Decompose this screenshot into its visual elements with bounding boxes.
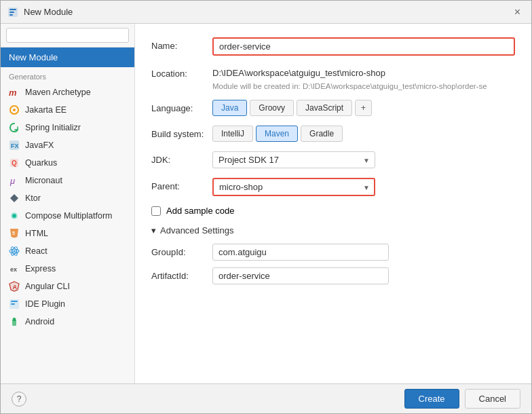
- build-intellij-btn[interactable]: IntelliJ: [212, 126, 253, 142]
- sidebar-item-javafx[interactable]: FX JavaFX: [1, 136, 134, 154]
- build-system-buttons: IntelliJ Maven Gradle: [212, 126, 515, 142]
- sidebar-selected-item[interactable]: New Module: [1, 48, 134, 67]
- generators-label: Generators: [1, 67, 134, 83]
- svg-rect-26: [11, 303, 15, 305]
- html-icon: 5: [9, 228, 20, 239]
- artifact-id-row: ArtifactId:: [151, 267, 515, 284]
- sample-code-checkbox[interactable]: [151, 206, 161, 216]
- advanced-collapse-icon: ▾: [151, 225, 156, 236]
- footer-right: Create Cancel: [404, 389, 521, 409]
- sidebar-label-react: React: [25, 246, 48, 256]
- sidebar-item-spring[interactable]: Spring Initializr: [1, 119, 134, 136]
- svg-point-6: [13, 109, 16, 111]
- sidebar-item-express[interactable]: ex Express: [1, 260, 134, 278]
- language-java-btn[interactable]: Java: [212, 100, 247, 116]
- micronaut-icon: μ: [9, 175, 20, 186]
- svg-rect-3: [10, 14, 13, 16]
- sidebar-item-html[interactable]: 5 HTML: [1, 225, 134, 242]
- footer: ? Create Cancel: [1, 383, 531, 413]
- language-javascript-btn[interactable]: JavaScript: [297, 100, 352, 116]
- parent-select[interactable]: micro-shop: [212, 178, 375, 196]
- sidebar-label-compose: Compose Multiplatform: [25, 211, 113, 221]
- advanced-section: ▾ Advanced Settings GroupId: ArtifactId:: [151, 225, 515, 284]
- parent-select-wrapper: micro-shop ▼: [212, 178, 375, 196]
- build-gradle-btn[interactable]: Gradle: [301, 126, 343, 142]
- jdk-label: JDK:: [151, 151, 212, 165]
- sidebar-label-html: HTML: [25, 229, 48, 238]
- sidebar-item-micronaut[interactable]: μ Micronaut: [1, 172, 134, 189]
- sidebar-item-ktor[interactable]: Ktor: [1, 189, 134, 207]
- cancel-button[interactable]: Cancel: [465, 389, 520, 409]
- sidebar-item-angular[interactable]: A Angular CLI: [1, 278, 134, 295]
- parent-value: micro-shop ▼: [212, 178, 515, 196]
- javafx-icon: FX: [9, 140, 20, 151]
- jdk-select[interactable]: Project SDK 17: [212, 151, 375, 168]
- sidebar-label-quarkus: Quarkus: [25, 158, 57, 168]
- sidebar-label-spring: Spring Initializr: [25, 123, 81, 132]
- svg-text:A: A: [13, 284, 18, 290]
- build-maven-btn[interactable]: Maven: [256, 126, 298, 142]
- svg-text:FX: FX: [11, 143, 19, 149]
- name-value: [212, 37, 515, 56]
- name-row: Name:: [151, 37, 515, 56]
- svg-text:m: m: [9, 88, 17, 98]
- sidebar-item-ide-plugin[interactable]: IDE Plugin: [1, 295, 134, 313]
- sidebar-label-micronaut: Micronaut: [25, 176, 62, 185]
- name-input[interactable]: [212, 37, 515, 56]
- ide-plugin-icon: [9, 299, 20, 309]
- sidebar-item-android[interactable]: Android: [1, 313, 134, 331]
- new-module-dialog: New Module × New Module Generators m Mav…: [0, 0, 532, 414]
- artifact-id-input[interactable]: [212, 267, 389, 284]
- language-buttons: Java Groovy JavaScript +: [212, 100, 515, 116]
- close-button[interactable]: ×: [510, 5, 525, 19]
- search-input[interactable]: [6, 28, 129, 43]
- sidebar-item-jakarta-ee[interactable]: Jakarta EE: [1, 101, 134, 119]
- dialog-title: New Module: [24, 7, 73, 17]
- advanced-header[interactable]: ▾ Advanced Settings: [151, 225, 515, 236]
- react-icon: [9, 246, 20, 257]
- title-bar: New Module ×: [1, 1, 531, 24]
- language-row: Language: Java Groovy JavaScript +: [151, 100, 515, 116]
- svg-rect-2: [10, 12, 14, 13]
- express-icon: ex: [9, 263, 20, 274]
- sidebar-item-compose[interactable]: Compose Multiplatform: [1, 207, 134, 225]
- jdk-row: JDK: Project SDK 17 ▼: [151, 151, 515, 168]
- svg-rect-25: [11, 301, 18, 302]
- sidebar-item-react[interactable]: React: [1, 242, 134, 260]
- sidebar-label-jakarta: Jakarta EE: [25, 105, 66, 115]
- help-button[interactable]: ?: [12, 392, 26, 407]
- location-hint: Module will be created in: D:\IDEA\works…: [212, 82, 515, 90]
- sidebar-label-express: Express: [25, 264, 56, 274]
- compose-icon: [9, 210, 20, 221]
- group-id-input[interactable]: [212, 244, 389, 261]
- build-system-label: Build system:: [151, 126, 212, 139]
- sidebar-label-maven: Maven Archetype: [25, 88, 91, 97]
- name-label: Name:: [151, 37, 212, 51]
- language-groovy-btn[interactable]: Groovy: [250, 100, 294, 116]
- parent-row: Parent: micro-shop ▼: [151, 178, 515, 196]
- sidebar-item-maven-archetype[interactable]: m Maven Archetype: [1, 83, 134, 101]
- dialog-icon: [7, 7, 18, 18]
- sidebar-label-android: Android: [25, 317, 54, 326]
- sidebar: New Module Generators m Maven Archetype …: [1, 24, 135, 383]
- parent-label: Parent:: [151, 178, 212, 191]
- sidebar-item-quarkus[interactable]: Q Quarkus: [1, 154, 134, 172]
- create-button[interactable]: Create: [404, 389, 459, 409]
- artifact-id-label: ArtifactId:: [151, 271, 212, 281]
- group-id-label: GroupId:: [151, 247, 212, 257]
- quarkus-icon: Q: [9, 157, 20, 168]
- jakarta-icon: [9, 105, 20, 115]
- sidebar-label-angular: Angular CLI: [25, 282, 70, 291]
- language-add-btn[interactable]: +: [355, 100, 372, 116]
- svg-text:ex: ex: [10, 266, 17, 273]
- language-label: Language:: [151, 100, 212, 113]
- svg-rect-1: [10, 9, 16, 10]
- title-bar-left: New Module: [7, 7, 73, 18]
- group-id-row: GroupId:: [151, 244, 515, 261]
- maven-icon: m: [9, 87, 20, 98]
- svg-text:Q: Q: [12, 159, 17, 167]
- main-form: Name: Location: D:\IDEA\workspace\atguig…: [135, 24, 531, 383]
- spring-icon: [9, 122, 20, 133]
- location-row: Location: D:\IDEA\workspace\atguigu_test…: [151, 65, 515, 90]
- jdk-select-wrapper: Project SDK 17 ▼: [212, 151, 375, 168]
